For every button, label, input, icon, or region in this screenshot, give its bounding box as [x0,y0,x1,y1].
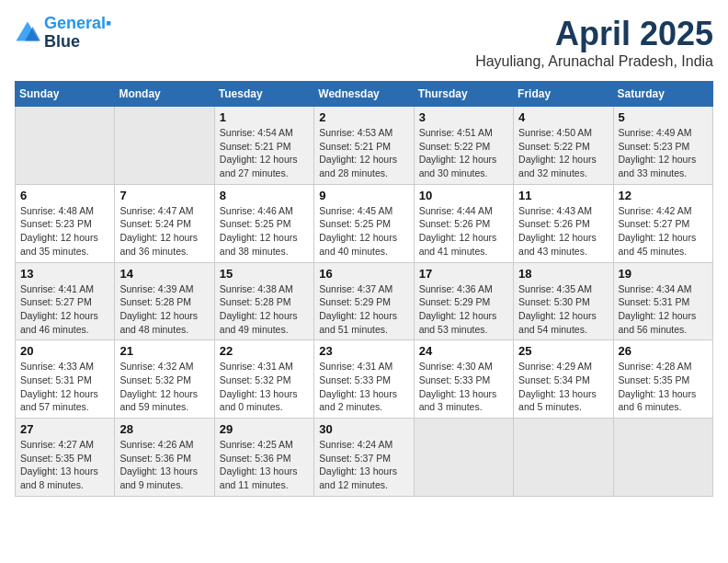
day-number: 12 [619,189,708,202]
day-number: 7 [119,189,209,202]
day-detail: Sunrise: 4:36 AMSunset: 5:29 PMDaylight:… [419,282,508,337]
calendar-header-tuesday: Tuesday [214,82,313,107]
month-title: April 2025 [475,15,713,53]
logo: General▪ Blue [15,15,111,52]
day-number: 23 [319,344,408,358]
calendar-cell: 1Sunrise: 4:54 AMSunset: 5:21 PMDaylight… [214,107,313,185]
day-detail: Sunrise: 4:44 AMSunset: 5:26 PMDaylight:… [419,204,508,259]
calendar-cell: 13Sunrise: 4:41 AMSunset: 5:27 PMDayligh… [16,262,115,340]
day-detail: Sunrise: 4:53 AMSunset: 5:21 PMDaylight:… [319,126,408,180]
calendar-cell: 22Sunrise: 4:31 AMSunset: 5:32 PMDayligh… [214,340,313,419]
day-detail: Sunrise: 4:33 AMSunset: 5:31 PMDaylight:… [20,360,109,414]
calendar-cell: 26Sunrise: 4:28 AMSunset: 5:35 PMDayligh… [613,340,712,419]
day-number: 2 [319,110,408,124]
day-number: 26 [619,344,708,358]
day-detail: Sunrise: 4:35 AMSunset: 5:30 PMDaylight:… [518,282,608,337]
day-detail: Sunrise: 4:30 AMSunset: 5:33 PMDaylight:… [419,360,508,414]
day-detail: Sunrise: 4:46 AMSunset: 5:25 PMDaylight:… [220,204,309,259]
location-title: Hayuliang, Arunachal Pradesh, India [475,53,713,70]
day-detail: Sunrise: 4:47 AMSunset: 5:24 PMDaylight:… [119,204,209,259]
day-detail: Sunrise: 4:38 AMSunset: 5:28 PMDaylight:… [220,282,309,337]
calendar-week-row: 20Sunrise: 4:33 AMSunset: 5:31 PMDayligh… [16,340,713,419]
calendar-header-friday: Friday [514,82,613,107]
day-detail: Sunrise: 4:32 AMSunset: 5:32 PMDaylight:… [119,360,209,414]
day-detail: Sunrise: 4:34 AMSunset: 5:31 PMDaylight:… [619,282,708,337]
day-number: 10 [419,189,508,202]
day-number: 29 [220,422,309,436]
calendar-header-sunday: Sunday [16,82,115,107]
calendar-cell [514,419,613,497]
day-number: 21 [119,344,209,358]
logo-text: General▪ Blue [44,15,111,52]
page-header: General▪ Blue April 2025 Hayuliang, Arun… [15,15,713,70]
day-number: 28 [119,422,209,436]
calendar-cell: 9Sunrise: 4:45 AMSunset: 5:25 PMDaylight… [314,184,414,262]
day-number: 16 [319,267,408,281]
day-number: 19 [619,267,708,281]
day-detail: Sunrise: 4:31 AMSunset: 5:33 PMDaylight:… [319,360,408,414]
calendar-cell: 12Sunrise: 4:42 AMSunset: 5:27 PMDayligh… [613,184,712,262]
calendar-cell: 24Sunrise: 4:30 AMSunset: 5:33 PMDayligh… [414,340,513,419]
day-number: 27 [20,422,109,436]
day-number: 22 [220,344,309,358]
calendar-cell: 27Sunrise: 4:27 AMSunset: 5:35 PMDayligh… [16,419,115,497]
calendar-cell: 25Sunrise: 4:29 AMSunset: 5:34 PMDayligh… [514,340,613,419]
calendar-header-thursday: Thursday [414,82,513,107]
day-detail: Sunrise: 4:45 AMSunset: 5:25 PMDaylight:… [319,204,408,259]
day-number: 25 [518,344,608,358]
calendar-cell: 17Sunrise: 4:36 AMSunset: 5:29 PMDayligh… [414,262,513,340]
day-number: 24 [419,344,508,358]
day-number: 4 [518,110,608,124]
day-detail: Sunrise: 4:41 AMSunset: 5:27 PMDaylight:… [20,282,109,337]
day-number: 11 [518,189,608,202]
calendar-table: SundayMondayTuesdayWednesdayThursdayFrid… [15,81,713,497]
calendar-cell: 7Sunrise: 4:47 AMSunset: 5:24 PMDaylight… [115,184,214,262]
logo-line2: Blue [44,33,111,52]
day-number: 9 [319,189,408,202]
calendar-cell: 16Sunrise: 4:37 AMSunset: 5:29 PMDayligh… [314,262,414,340]
calendar-cell: 28Sunrise: 4:26 AMSunset: 5:36 PMDayligh… [115,419,214,497]
day-number: 15 [220,267,309,281]
calendar-week-row: 13Sunrise: 4:41 AMSunset: 5:27 PMDayligh… [16,262,713,340]
calendar-cell: 8Sunrise: 4:46 AMSunset: 5:25 PMDaylight… [214,184,313,262]
day-detail: Sunrise: 4:24 AMSunset: 5:37 PMDaylight:… [319,438,408,492]
day-number: 5 [619,110,708,124]
calendar-cell: 20Sunrise: 4:33 AMSunset: 5:31 PMDayligh… [16,340,115,419]
calendar-cell: 29Sunrise: 4:25 AMSunset: 5:36 PMDayligh… [214,419,313,497]
day-detail: Sunrise: 4:42 AMSunset: 5:27 PMDaylight:… [619,204,708,259]
logo-icon [15,20,40,46]
day-detail: Sunrise: 4:28 AMSunset: 5:35 PMDaylight:… [619,360,708,414]
day-detail: Sunrise: 4:37 AMSunset: 5:29 PMDaylight:… [319,282,408,337]
day-detail: Sunrise: 4:54 AMSunset: 5:21 PMDaylight:… [220,126,309,180]
calendar-cell: 18Sunrise: 4:35 AMSunset: 5:30 PMDayligh… [514,262,613,340]
day-detail: Sunrise: 4:48 AMSunset: 5:23 PMDaylight:… [20,204,109,259]
day-number: 30 [319,422,408,436]
calendar-cell [16,107,115,185]
calendar-cell: 14Sunrise: 4:39 AMSunset: 5:28 PMDayligh… [115,262,214,340]
calendar-cell: 23Sunrise: 4:31 AMSunset: 5:33 PMDayligh… [314,340,414,419]
calendar-cell: 30Sunrise: 4:24 AMSunset: 5:37 PMDayligh… [314,419,414,497]
calendar-cell: 2Sunrise: 4:53 AMSunset: 5:21 PMDaylight… [314,107,414,185]
logo-line1: General [44,14,106,32]
logo-blue-dot: ▪ [106,14,111,32]
day-detail: Sunrise: 4:31 AMSunset: 5:32 PMDaylight:… [220,360,309,414]
calendar-cell: 4Sunrise: 4:50 AMSunset: 5:22 PMDaylight… [514,107,613,185]
calendar-cell: 15Sunrise: 4:38 AMSunset: 5:28 PMDayligh… [214,262,313,340]
calendar-cell [613,419,712,497]
title-block: April 2025 Hayuliang, Arunachal Pradesh,… [475,15,713,70]
day-detail: Sunrise: 4:25 AMSunset: 5:36 PMDaylight:… [220,438,309,492]
day-number: 20 [20,344,109,358]
day-number: 17 [419,267,508,281]
calendar-cell [414,419,513,497]
day-number: 6 [20,189,109,202]
calendar-cell: 19Sunrise: 4:34 AMSunset: 5:31 PMDayligh… [613,262,712,340]
calendar-header-monday: Monday [115,82,214,107]
calendar-cell: 11Sunrise: 4:43 AMSunset: 5:26 PMDayligh… [514,184,613,262]
day-detail: Sunrise: 4:51 AMSunset: 5:22 PMDaylight:… [419,126,508,180]
calendar-cell: 3Sunrise: 4:51 AMSunset: 5:22 PMDaylight… [414,107,513,185]
day-number: 18 [518,267,608,281]
calendar-week-row: 6Sunrise: 4:48 AMSunset: 5:23 PMDaylight… [16,184,713,262]
day-detail: Sunrise: 4:26 AMSunset: 5:36 PMDaylight:… [119,438,209,492]
day-number: 14 [119,267,209,281]
day-detail: Sunrise: 4:43 AMSunset: 5:26 PMDaylight:… [518,204,608,259]
